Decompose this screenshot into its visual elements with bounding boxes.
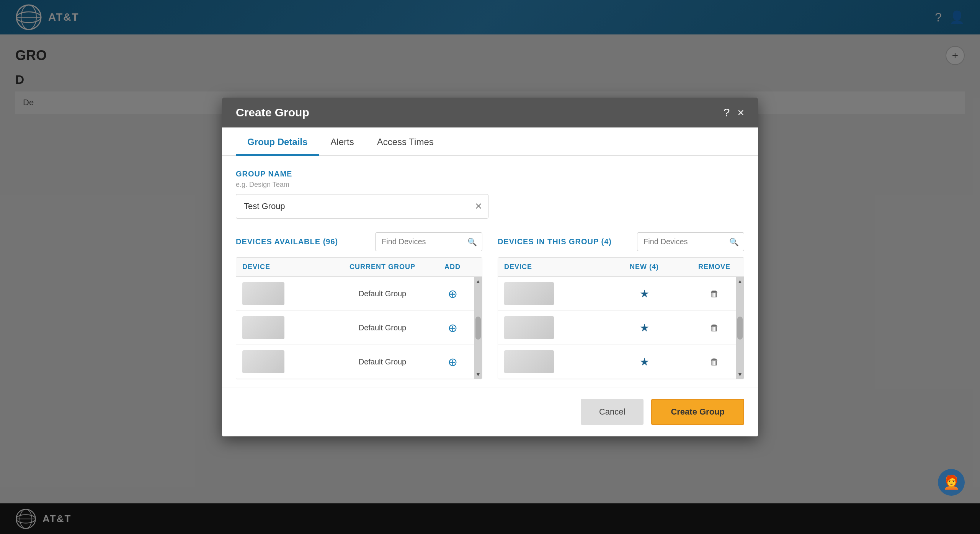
tab-group-details[interactable]: Group Details — [236, 127, 319, 156]
scroll-down-icon[interactable]: ▼ — [475, 371, 481, 377]
devices-available-header-row: DEVICES AVAILABLE (96) 🔍 — [236, 232, 482, 251]
star-icon: ★ — [640, 322, 649, 334]
devices-available-panel: DEVICES AVAILABLE (96) 🔍 DEVICE CURRENT … — [236, 232, 482, 379]
device-thumbnail — [242, 350, 284, 373]
device-remove-col: 🗑 — [691, 322, 738, 333]
modal-header-icons: ? × — [724, 106, 744, 119]
scroll-up-icon[interactable]: ▲ — [737, 278, 743, 284]
table-row: ★ 🗑 — [498, 277, 744, 311]
col-device-header: DEVICE — [242, 263, 336, 271]
find-devices-available-wrap: 🔍 — [375, 232, 482, 251]
modal-header: Create Group ? × — [222, 98, 758, 127]
remove-device-icon[interactable]: 🗑 — [710, 356, 719, 367]
modal-footer: Cancel Create Group — [222, 387, 758, 436]
support-avatar[interactable]: 🧑‍🦰 — [938, 469, 965, 496]
devices-available-table: DEVICE CURRENT GROUP ADD Default Group ⊕ — [236, 257, 482, 379]
table-row: ★ 🗑 — [498, 311, 744, 345]
scrollbar-thumb — [737, 317, 743, 340]
device-new-col: ★ — [598, 322, 691, 334]
modal-tabs: Group Details Alerts Access Times — [222, 127, 758, 156]
device-thumbnail — [504, 350, 554, 373]
col-device-group-header: DEVICE — [504, 263, 598, 271]
devices-in-group-table-header: DEVICE NEW (4) REMOVE — [498, 258, 744, 277]
device-thumbnail — [242, 282, 284, 305]
modal-body: GROUP NAME e.g. Design Team ✕ DEVICES AV… — [222, 156, 758, 379]
star-icon: ★ — [640, 288, 649, 300]
add-device-button[interactable]: ⊕ — [448, 355, 457, 369]
table-row: ★ 🗑 — [498, 345, 744, 379]
modal-overlay: Create Group ? × Group Details Alerts Ac… — [0, 0, 980, 534]
support-avatar-icon: 🧑‍🦰 — [943, 474, 960, 490]
scroll-up-icon[interactable]: ▲ — [475, 278, 481, 284]
find-devices-available-search-icon: 🔍 — [467, 237, 477, 247]
device-current-group: Default Group — [336, 289, 429, 298]
scroll-down-icon[interactable]: ▼ — [737, 371, 743, 377]
cancel-button[interactable]: Cancel — [581, 399, 644, 425]
table-row: Default Group ⊕ — [236, 277, 482, 311]
devices-in-group-table-body: ★ 🗑 ★ — [498, 277, 744, 379]
remove-device-icon[interactable]: 🗑 — [710, 322, 719, 333]
find-devices-group-wrap: 🔍 — [637, 232, 744, 251]
col-add-header: ADD — [429, 263, 476, 271]
device-remove-col: 🗑 — [691, 356, 738, 367]
star-icon: ★ — [640, 356, 649, 368]
modal-close-icon[interactable]: × — [737, 106, 744, 119]
device-add-col: ⊕ — [429, 355, 476, 369]
devices-available-title: DEVICES AVAILABLE (96) — [236, 237, 338, 246]
create-group-button[interactable]: Create Group — [651, 399, 744, 425]
scrollbar-available: ▲ ▼ — [474, 277, 482, 379]
modal-title: Create Group — [236, 106, 309, 119]
tab-access-times[interactable]: Access Times — [366, 127, 445, 156]
panels: DEVICES AVAILABLE (96) 🔍 DEVICE CURRENT … — [236, 232, 744, 379]
devices-in-group-panel: DEVICES IN THIS GROUP (4) 🔍 DEVICE NEW (… — [498, 232, 744, 379]
devices-available-table-header: DEVICE CURRENT GROUP ADD — [236, 258, 482, 277]
add-device-button[interactable]: ⊕ — [448, 321, 457, 335]
devices-in-group-header-row: DEVICES IN THIS GROUP (4) 🔍 — [498, 232, 744, 251]
group-name-hint: e.g. Design Team — [236, 181, 744, 189]
scrollbar-group: ▲ ▼ — [736, 277, 744, 379]
add-device-button[interactable]: ⊕ — [448, 287, 457, 300]
find-devices-available-input[interactable] — [375, 232, 482, 251]
device-add-col: ⊕ — [429, 321, 476, 335]
device-remove-col: 🗑 — [691, 288, 738, 299]
group-name-input[interactable] — [236, 194, 488, 219]
devices-in-group-table: DEVICE NEW (4) REMOVE ★ 🗑 — [498, 257, 744, 379]
tab-alerts[interactable]: Alerts — [319, 127, 365, 156]
device-current-group: Default Group — [336, 358, 429, 366]
device-current-group: Default Group — [336, 323, 429, 332]
modal-help-icon[interactable]: ? — [724, 106, 730, 119]
device-new-col: ★ — [598, 356, 691, 368]
group-name-label: GROUP NAME — [236, 170, 744, 178]
remove-device-icon[interactable]: 🗑 — [710, 288, 719, 299]
clear-input-icon[interactable]: ✕ — [475, 201, 482, 212]
scrollbar-thumb — [475, 317, 481, 340]
device-new-col: ★ — [598, 287, 691, 300]
devices-available-table-body: Default Group ⊕ Default Group ⊕ — [236, 277, 482, 379]
col-new-header: NEW (4) — [598, 263, 691, 271]
device-thumbnail — [242, 316, 284, 339]
table-row: Default Group ⊕ — [236, 311, 482, 345]
find-devices-group-input[interactable] — [637, 232, 744, 251]
table-row: Default Group ⊕ — [236, 345, 482, 379]
create-group-modal: Create Group ? × Group Details Alerts Ac… — [222, 98, 758, 436]
device-add-col: ⊕ — [429, 287, 476, 300]
device-thumbnail — [504, 316, 554, 339]
find-devices-group-search-icon: 🔍 — [729, 237, 739, 247]
col-current-group-header: CURRENT GROUP — [336, 263, 429, 271]
device-thumbnail — [504, 282, 554, 305]
devices-in-group-title: DEVICES IN THIS GROUP (4) — [498, 237, 612, 246]
group-name-input-wrap: ✕ — [236, 194, 488, 219]
col-remove-header: REMOVE — [691, 263, 738, 271]
